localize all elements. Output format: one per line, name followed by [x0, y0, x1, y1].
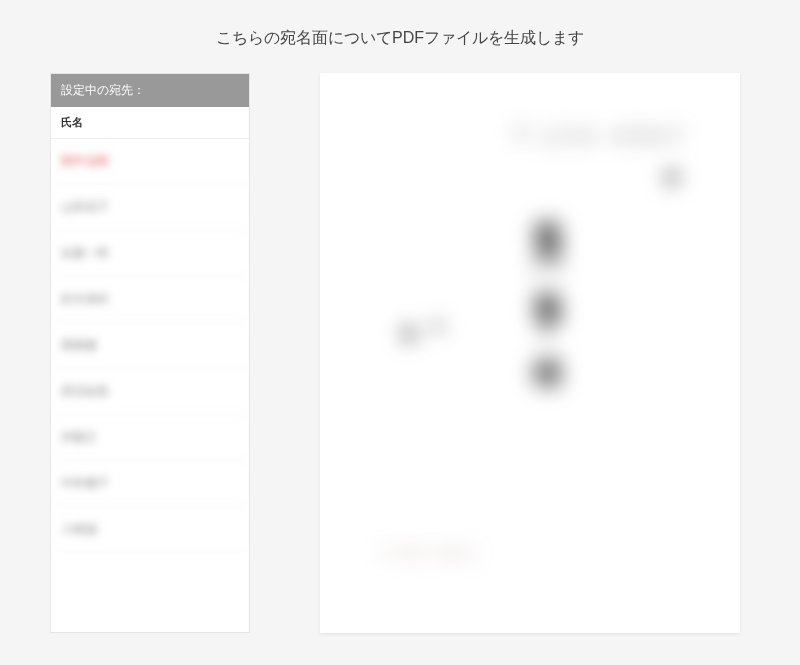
main-content: 設定中の宛先： 氏名 田中太郎山田花子佐藤一郎鈴木美咲高橋健渡辺由美伊藤正中村優… [0, 73, 800, 633]
list-item[interactable]: 田中太郎 [51, 139, 249, 185]
column-header-name: 氏名 [51, 107, 249, 139]
list-item[interactable]: 佐藤一郎 [51, 231, 249, 277]
recipient-address: 東京都千代田区一番町一丁目 [663, 163, 680, 403]
list-item[interactable]: 加藤理恵 [51, 553, 249, 554]
sender-address: 大阪府大阪市北区 [430, 313, 444, 473]
page-title: こちらの宛名面についてPDFファイルを生成します [0, 0, 800, 73]
list-wrapper: 田中太郎山田花子佐藤一郎鈴木美咲高橋健渡辺由美伊藤正中村優子小林誠加藤理恵 [51, 139, 249, 554]
list-item[interactable]: 高橋健 [51, 323, 249, 369]
preview-content: 〒123-4567 東京都千代田区一番町一丁目 森川 裕子 様 大阪府大阪市北区… [350, 113, 710, 593]
list-item[interactable]: 鈴木美咲 [51, 277, 249, 323]
address-list-sidebar: 設定中の宛先： 氏名 田中太郎山田花子佐藤一郎鈴木美咲高橋健渡辺由美伊藤正中村優… [50, 73, 250, 633]
address-list[interactable]: 田中太郎山田花子佐藤一郎鈴木美咲高橋健渡辺由美伊藤正中村優子小林誠加藤理恵 [51, 139, 249, 554]
sidebar-header: 設定中の宛先： [51, 74, 249, 107]
list-item[interactable]: 山田花子 [51, 185, 249, 231]
list-item[interactable]: 伊藤正 [51, 415, 249, 461]
sender-name: 小島 康弘 [400, 313, 418, 473]
list-item[interactable]: 中村優子 [51, 461, 249, 507]
recipient-name: 森川 裕子 様 [526, 193, 570, 351]
list-item[interactable]: 渡辺由美 [51, 369, 249, 415]
postcard-preview: 〒123-4567 東京都千代田区一番町一丁目 森川 裕子 様 大阪府大阪市北区… [320, 73, 740, 633]
list-item[interactable]: 小林誠 [51, 507, 249, 553]
sender-postal-code: 〒530-0001 [380, 546, 479, 563]
recipient-postal-code: 〒123-4567 [513, 123, 690, 150]
